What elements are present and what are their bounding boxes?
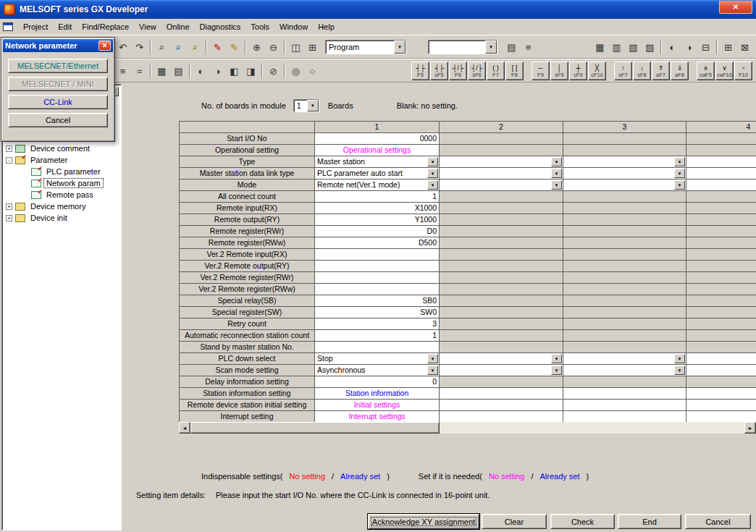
value-ver-2-remote-input-rx[interactable] [315,249,440,261]
tile-windows-icon[interactable]: ⊞ [304,39,321,56]
tree-item-label[interactable]: Device comment [28,144,92,153]
tree-item-remote-pass[interactable]: ✓Remote pass [2,189,121,200]
ladder-symbol-sf5-button[interactable]: ┤├sF5 [430,62,448,80]
dropdown-empty[interactable]: ▼ [563,168,686,180]
dropdown-arrow-icon[interactable]: ▼ [307,100,319,111]
value-remote-register-rww[interactable]: D500 [315,237,440,249]
value-automatic-reconnection-station-count[interactable]: 1 [315,330,440,342]
dropdown-mode[interactable]: Remote net(Ver.1 mode)▼ [315,180,440,191]
menu-view[interactable]: View [134,20,161,33]
tree-item-label[interactable]: Remote pass [44,190,96,199]
zoom-out-icon[interactable]: ⊖ [265,39,282,56]
dropdown-arrow-icon[interactable]: ▼ [551,169,562,178]
delete-row-icon[interactable]: ⊠ [736,39,753,56]
device-forced-onoff-icon[interactable]: ⊘ [265,63,282,80]
value-special-relay-sb[interactable]: SB0 [315,295,440,307]
ladder-edit-icon[interactable]: ✎ [209,39,226,56]
dropdown-arrow-icon[interactable]: ▼ [674,354,685,363]
empty-cell[interactable] [563,388,686,400]
dropdown-master-station-data-link-type[interactable]: PLC parameter auto start▼ [315,168,440,180]
value-ver-2-remote-register-rwr[interactable] [315,272,440,284]
setting-link-interrupt-settings[interactable]: Interrupt settings [315,411,440,423]
melsecnet-ethernet-button[interactable]: MELSECNET/Ethernet [8,59,108,73]
empty-cell[interactable] [440,411,563,423]
empty-cell[interactable] [440,400,563,411]
dropdown-arrow-icon[interactable]: ▼ [551,354,562,363]
dropdown-arrow-icon[interactable]: ▼ [551,157,562,166]
tree-item-label[interactable]: Network param [44,179,103,187]
monitor-write-mode-icon[interactable]: ◑ [209,63,226,80]
window-close-button[interactable]: ✕ [719,1,752,14]
dropdown-arrow-icon[interactable]: ▼ [674,366,685,375]
empty-cell[interactable] [563,400,686,411]
dropdown-empty[interactable]: ▼ [686,365,756,376]
empty-cell[interactable] [563,411,686,423]
ladder-symbol-f7-button[interactable]: ( )F7 [487,62,505,80]
dropdown-arrow-icon[interactable]: ▼ [551,366,562,375]
collapse-icon[interactable]: - [6,157,12,164]
entry-data-monitor-icon[interactable]: ▧ [625,39,642,56]
expand-icon[interactable]: + [6,145,12,152]
monitor-start-icon[interactable]: ◐ [664,39,681,56]
empty-cell[interactable] [686,411,756,423]
menu-window[interactable]: Window [274,20,313,33]
dropdown-arrow-icon[interactable]: ▼ [394,41,406,54]
ladder-symbol-sf6-button[interactable]: ┤/├sF6 [468,62,486,80]
tree-item-plc-parameter[interactable]: ✓PLC parameter [2,166,121,177]
empty-cell[interactable] [440,388,563,400]
scrollbar-thumb[interactable] [190,422,440,434]
find-string-combo[interactable]: ▼ [428,40,497,54]
cancel-button[interactable]: Cancel [8,113,108,127]
scroll-right-icon[interactable]: ► [744,422,756,434]
ladder-symbol-sf8-button[interactable]: ↓sF8 [633,62,651,80]
dropdown-arrow-icon[interactable]: ▼ [674,169,685,178]
dropdown-empty[interactable]: ▼ [563,180,686,191]
dropdown-plc-down-select[interactable]: Stop▼ [315,353,440,365]
value-special-register-sw[interactable]: SW0 [315,307,440,318]
cancel-button[interactable]: Cancel [685,514,751,529]
ladder-symbol-f10-button[interactable]: ▫F10 [734,62,752,80]
ladder-monitor-icon[interactable]: ▦ [592,39,608,56]
ladder-symbol-caf10-button[interactable]: ∨caF10 [715,62,734,80]
value-delay-information-setting[interactable]: 0 [315,376,440,388]
dropdown-empty[interactable]: ▼ [686,156,756,168]
ladder-symbol-f5-button[interactable]: ┤├F5 [411,62,429,80]
boards-count-dropdown[interactable]: 1 ▼ [293,99,319,112]
find-device-icon[interactable]: ⌕ [170,39,187,56]
ladder-symbol-sf9-button[interactable]: │sF9 [550,62,568,80]
value-ver-2-remote-register-rww[interactable] [315,284,440,295]
menu-tools[interactable]: Tools [245,20,274,33]
dropdown-empty[interactable]: ▼ [686,353,756,365]
empty-cell[interactable] [686,388,756,400]
insert-row-icon[interactable]: ⊞ [720,39,736,56]
dropdown-arrow-icon[interactable]: ▼ [674,180,685,190]
value-all-connect-count[interactable]: 1 [315,191,440,203]
value-ver-2-remote-output-ry[interactable] [315,261,440,272]
ladder-symbol-f8-button[interactable]: [ ]F8 [505,62,524,80]
clock-setting-icon[interactable]: ○ [304,63,321,80]
expand-icon[interactable]: + [6,215,12,221]
dropdown-arrow-icon[interactable]: ▼ [674,157,685,166]
dropdown-empty[interactable]: ▼ [563,365,686,376]
ladder-symbol-af8-button[interactable]: ⇓aF8 [671,62,689,80]
menu-find-replace[interactable]: Find/Replace [77,20,134,33]
write-mode-icon[interactable]: ◨ [243,63,259,80]
value-remote-input-rx[interactable]: X1000 [315,203,440,214]
dropdown-arrow-icon[interactable]: ▼ [551,180,562,190]
check-button[interactable]: Check [550,514,615,529]
ladder-mode-icon[interactable]: ▦ [154,63,170,80]
dropdown-empty[interactable]: ▼ [440,365,563,376]
monitor-stop-icon[interactable]: ◑ [681,39,697,56]
statement-edit-icon[interactable]: ≈ [131,63,148,80]
documentation-icon[interactable]: ✎ [226,39,243,56]
setting-link-operational-settings[interactable]: Operational settings [315,145,440,156]
find-icon[interactable]: ⌕ [154,39,170,56]
dropdown-scan-mode-setting[interactable]: Asynchronous▼ [315,365,440,376]
comment-edit-icon[interactable]: ≡ [114,63,131,80]
ladder-symbol-caf5-button[interactable]: ∧caF5 [697,62,715,80]
tree-item-device-comment[interactable]: +Device comment [2,143,121,154]
menu-help[interactable]: Help [313,20,340,33]
dropdown-arrow-icon[interactable]: ▼ [427,169,438,178]
menu-online[interactable]: Online [161,20,195,33]
horizontal-scrollbar[interactable]: ◄ ► [179,422,756,434]
